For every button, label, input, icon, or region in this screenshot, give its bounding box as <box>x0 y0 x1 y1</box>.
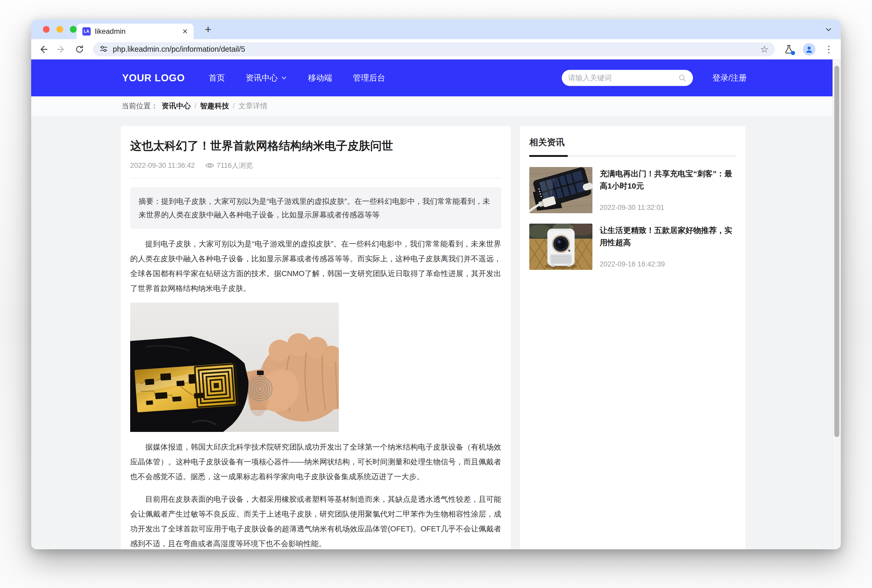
page-viewport: YOUR LOGO 首页 资讯中心 移动端 管理后台 <box>31 60 841 549</box>
breadcrumb-item-news-center[interactable]: 资讯中心 <box>162 101 191 111</box>
related-thumb-powerbank[interactable] <box>529 167 593 213</box>
experiments-flask-icon[interactable] <box>783 44 794 54</box>
flask-notification-dot <box>791 51 795 55</box>
tab-close-icon[interactable]: ✕ <box>182 27 188 36</box>
reload-icon[interactable] <box>75 45 84 54</box>
article-paragraph: 目前用在皮肤表面的电子设备，大都采用橡胶或者塑料等基材制造而来，其缺点是透水透气… <box>130 492 501 549</box>
traffic-lights <box>43 26 77 33</box>
related-item-date: 2022-09-16 16:42:39 <box>600 260 736 268</box>
nav-item-mobile[interactable]: 移动端 <box>308 72 332 83</box>
chevron-down-icon <box>281 75 287 81</box>
close-window-button[interactable] <box>43 26 50 33</box>
site-menu: 首页 资讯中心 移动端 管理后台 <box>209 72 385 83</box>
article-title: 这也太科幻了！世界首款网格结构纳米电子皮肤问世 <box>130 138 501 153</box>
nav-item-news-center[interactable]: 资讯中心 <box>246 72 287 83</box>
site-navbar: YOUR LOGO 首页 资讯中心 移动端 管理后台 <box>31 60 833 96</box>
breadcrumb-item-current: 文章详情 <box>239 101 268 111</box>
article-paragraph: 据媒体报道，韩国大邱庆北科学技术院研究团队成功开发出了全球第一个纳米结构电子皮肤… <box>130 440 501 484</box>
forward-icon[interactable] <box>57 45 66 54</box>
article-card: 这也太科幻了！世界首款网格结构纳米电子皮肤问世 2022-09-30 11:36… <box>121 126 510 549</box>
tab-search-chevron-icon[interactable] <box>824 25 833 35</box>
related-item-title[interactable]: 充满电再出门！共享充电宝“刺客”：最高1小时10元 <box>600 168 736 192</box>
site-settings-icon[interactable] <box>99 44 108 54</box>
browser-toolbar: php.likeadmin.cn/pc/information/detail/5… <box>31 39 841 60</box>
breadcrumb-separator: / <box>194 102 197 110</box>
related-thumb-projector[interactable] <box>529 224 593 270</box>
article-meta: 2022-09-30 11:36:42 7116人浏览 <box>130 161 501 170</box>
back-icon[interactable] <box>39 45 48 54</box>
nav-item-label: 管理后台 <box>353 72 385 83</box>
maximize-window-button[interactable] <box>70 26 77 33</box>
page-scrollbar[interactable] <box>833 60 841 549</box>
eye-icon <box>205 162 214 169</box>
nav-item-label: 移动端 <box>308 72 332 83</box>
article-summary: 摘要：提到电子皮肤，大家可别以为是“电子游戏里的虚拟皮肤”。在一些科幻电影中，我… <box>130 187 501 229</box>
browser-tab[interactable]: LA likeadmin ✕ <box>77 24 194 39</box>
page: YOUR LOGO 首页 资讯中心 移动端 管理后台 <box>31 60 833 549</box>
site-logo[interactable]: YOUR LOGO <box>122 72 185 84</box>
profile-avatar[interactable] <box>803 43 815 56</box>
related-item-title[interactable]: 让生活更精致！五款居家好物推荐，实用性超高 <box>600 224 736 249</box>
article-date: 2022-09-30 11:36:42 <box>130 162 195 170</box>
search-icon[interactable] <box>678 74 687 82</box>
bookmark-star-icon[interactable]: ☆ <box>760 45 768 54</box>
content-area: 这也太科幻了！世界首款网格结构纳米电子皮肤问世 2022-09-30 11:36… <box>31 116 833 549</box>
breadcrumb-item-category[interactable]: 智趣科技 <box>200 101 229 111</box>
url-bar[interactable]: php.likeadmin.cn/pc/information/detail/5… <box>93 42 775 56</box>
breadcrumb: 当前位置： 资讯中心 / 智趣科技 / 文章详情 <box>31 96 833 116</box>
views-count: 7116人浏览 <box>217 161 253 170</box>
search-input[interactable] <box>568 74 678 82</box>
site-search[interactable] <box>562 70 693 86</box>
nav-item-home[interactable]: 首页 <box>209 72 225 83</box>
nav-item-label: 资讯中心 <box>246 72 278 83</box>
tab-title: likeadmin <box>95 27 178 36</box>
scrollbar-thumb[interactable] <box>834 66 839 437</box>
related-news-item[interactable]: 充满电再出门！共享充电宝“刺客”：最高1小时10元 2022-09-30 11:… <box>529 167 736 213</box>
minimize-window-button[interactable] <box>56 26 63 33</box>
url-text[interactable]: php.likeadmin.cn/pc/information/detail/5 <box>113 45 756 54</box>
favicon: LA <box>83 27 91 36</box>
nav-item-admin[interactable]: 管理后台 <box>353 72 385 83</box>
article-paragraph: 提到电子皮肤，大家可别以为是“电子游戏里的虚拟皮肤”。在一些科幻电影中，我们常常… <box>130 237 501 296</box>
login-register-link[interactable]: 登录/注册 <box>712 72 747 83</box>
divider <box>130 178 501 178</box>
related-item-text: 充满电再出门！共享充电宝“刺客”：最高1小时10元 2022-09-30 11:… <box>600 167 736 213</box>
related-news-title: 相关资讯 <box>529 136 736 148</box>
related-news-item[interactable]: 让生活更精致！五款居家好物推荐，实用性超高 2022-09-16 16:42:3… <box>529 224 736 270</box>
new-tab-button[interactable]: + <box>205 22 212 37</box>
related-item-text: 让生活更精致！五款居家好物推荐，实用性超高 2022-09-16 16:42:3… <box>600 224 736 270</box>
breadcrumb-label: 当前位置： <box>122 101 158 111</box>
tab-strip: LA likeadmin ✕ + <box>31 20 841 39</box>
nav-item-label: 首页 <box>209 72 225 83</box>
article-image-electronic-skin <box>130 303 339 432</box>
related-item-date: 2022-09-30 11:32:01 <box>600 204 736 212</box>
related-news-card: 相关资讯 <box>520 126 746 549</box>
breadcrumb-separator: / <box>233 102 235 110</box>
article-views: 7116人浏览 <box>205 161 253 170</box>
section-rule <box>529 156 736 157</box>
browser-menu-icon[interactable]: ⋮ <box>824 45 833 54</box>
browser-window: LA likeadmin ✕ + php.likeadmin.cn/pc/inf… <box>31 20 841 549</box>
